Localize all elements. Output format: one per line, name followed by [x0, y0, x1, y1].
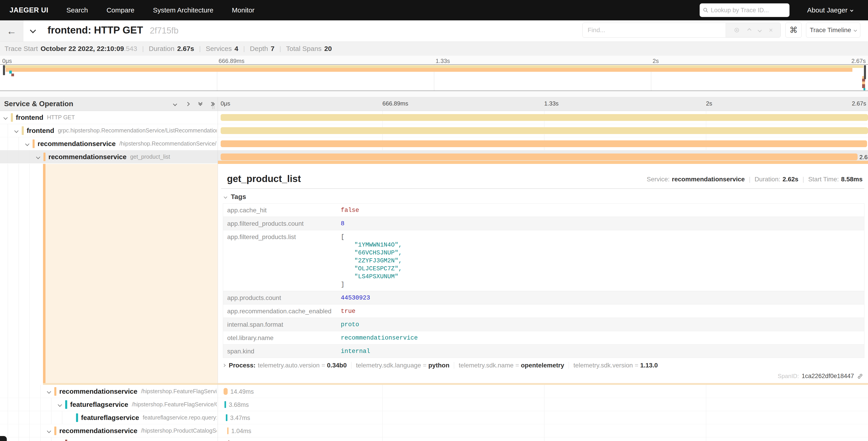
- view-select[interactable]: Trace Timeline: [806, 23, 860, 37]
- span-labels: recommendationservice/hipstershop.Recomm…: [37, 137, 217, 150]
- indent-guide: [19, 411, 19, 424]
- command-icon: ⌘: [789, 25, 798, 35]
- span-row[interactable]: recommendationservice/hipstershop.Recomm…: [0, 137, 868, 150]
- meta-label: Start Time:: [808, 176, 839, 183]
- chevron-down-icon: [854, 29, 857, 32]
- span-id-row: SpanID: 1ca2262df0e18447: [778, 373, 864, 380]
- span-row[interactable]: frontendgrpc.hipstershop.RecommendationS…: [0, 124, 868, 137]
- about-jaeger-menu[interactable]: About Jaeger: [807, 0, 853, 20]
- separator: |: [199, 45, 201, 52]
- keyboard-shortcuts-button[interactable]: ⌘: [785, 23, 802, 37]
- nav-item-monitor[interactable]: Monitor: [232, 6, 254, 14]
- span-collapse-chevron-icon[interactable]: [3, 115, 7, 120]
- minimap-span-bar: [4, 65, 864, 68]
- find-next-icon[interactable]: [758, 28, 762, 32]
- indent-guide: [8, 385, 8, 398]
- nav-item-search[interactable]: Search: [66, 6, 88, 14]
- span-duration-bar[interactable]: [223, 388, 228, 395]
- meta-value: 8.58ms: [841, 176, 863, 183]
- column-resizer[interactable]: [212, 105, 214, 109]
- span-collapse-chevron-icon[interactable]: [47, 429, 51, 433]
- span-color-bar: [11, 113, 13, 122]
- span-duration-bar[interactable]: [221, 153, 858, 160]
- tags-section-toggle[interactable]: Tags: [224, 193, 246, 201]
- minimap-span-bar: [11, 74, 14, 76]
- collapse-trace-chevron-icon[interactable]: [30, 27, 36, 33]
- trace-lookup-box[interactable]: [700, 3, 789, 17]
- minimap-canvas[interactable]: [0, 64, 868, 91]
- tag-row[interactable]: span.kindinternal: [223, 345, 864, 358]
- span-row[interactable]: featureflagservicefeatureflagservice.rep…: [0, 411, 868, 424]
- tag-row[interactable]: app.filtered_products.count8: [223, 217, 864, 230]
- process-value: 0.34b0: [327, 362, 347, 369]
- meta-value: 2.62s: [782, 176, 798, 183]
- span-timeline-cell[interactable]: 1.04ms: [218, 424, 868, 437]
- collapse-one-icon[interactable]: [172, 100, 178, 107]
- jaeger-trace-page: JAEGER UI SearchCompareSystem Architectu…: [0, 0, 868, 441]
- find-input[interactable]: [583, 23, 726, 37]
- separator: [454, 362, 454, 369]
- expand-one-icon[interactable]: [184, 100, 191, 107]
- process-key: telemetry.sdk.language: [356, 362, 421, 369]
- timeline-tick-label: 1.33s: [544, 100, 559, 107]
- tag-row[interactable]: app.recommendation.cache_enabledtrue: [223, 304, 864, 318]
- link-icon[interactable]: [857, 373, 864, 380]
- span-duration-bar[interactable]: [221, 140, 867, 147]
- span-duration-bar[interactable]: [221, 127, 868, 134]
- process-row[interactable]: Process: telemetry.auto.version=0.34b0te…: [223, 360, 658, 371]
- minimap-tick-label: 1.33s: [436, 58, 450, 64]
- minimap-drag-handle-right[interactable]: [864, 65, 866, 79]
- span-row[interactable]: recommendationservice/hipstershop.Produc…: [0, 424, 868, 437]
- equals-sign: =: [635, 362, 638, 369]
- nav-item-compare[interactable]: Compare: [106, 6, 134, 14]
- span-meta: Service:recommendationservice|Duration:2…: [647, 176, 863, 183]
- collapse-all-icon[interactable]: [197, 100, 204, 107]
- span-timeline-cell[interactable]: [218, 437, 868, 441]
- tag-row[interactable]: app.cache_hitfalse: [223, 204, 864, 217]
- focus-target-icon[interactable]: [733, 27, 740, 33]
- back-button[interactable]: ←: [0, 20, 23, 41]
- process-value: 1.13.0: [640, 362, 658, 369]
- detail-row-accent: [218, 161, 868, 164]
- indent-guide: [8, 437, 8, 441]
- span-row[interactable]: [0, 437, 868, 441]
- tag-row[interactable]: internal.span.formatproto: [223, 318, 864, 331]
- tag-value: true: [337, 304, 864, 318]
- span-service-name: recommendationservice: [49, 153, 126, 161]
- tag-row[interactable]: app.filtered_products.list["1YMWWN1N4O",…: [223, 230, 864, 291]
- span-timeline-cell[interactable]: 3.68ms: [218, 398, 868, 411]
- span-collapse-chevron-icon[interactable]: [58, 403, 62, 407]
- span-duration-bar[interactable]: [221, 114, 868, 121]
- span-collapse-chevron-icon[interactable]: [47, 389, 51, 393]
- tags-table: app.cache_hitfalseapp.filtered_products.…: [223, 203, 864, 358]
- timeline-tick-label: 2s: [706, 100, 712, 107]
- tag-row[interactable]: otel.library.namerecommendationservice: [223, 331, 864, 345]
- span-duration-bar[interactable]: [226, 414, 227, 421]
- find-clear-icon[interactable]: ×: [769, 26, 773, 34]
- tag-row[interactable]: app.products.count44530923: [223, 291, 864, 304]
- span-collapse-chevron-icon[interactable]: [25, 142, 29, 146]
- span-timeline-cell[interactable]: [218, 124, 868, 137]
- minimap-drag-handle-left[interactable]: [3, 65, 5, 75]
- tree-timeline-divider[interactable]: [218, 97, 218, 441]
- span-row[interactable]: frontendHTTP GET: [0, 111, 868, 124]
- brand[interactable]: JAEGER UI: [9, 6, 49, 14]
- minimap-tick-label: 2.67s: [851, 58, 866, 64]
- span-duration-bar[interactable]: [224, 401, 226, 408]
- span-row[interactable]: featureflagservice/hipstershop.FeatureFl…: [0, 398, 868, 411]
- span-operation-name: /hipstershop.FeatureFlagService...: [141, 388, 217, 394]
- process-value: opentelemetry: [521, 362, 564, 369]
- span-labels: frontendHTTP GET: [16, 111, 217, 124]
- span-duration-bar[interactable]: [227, 428, 228, 434]
- span-collapse-chevron-icon[interactable]: [36, 155, 40, 159]
- span-collapse-chevron-icon[interactable]: [14, 128, 18, 133]
- span-timeline-cell[interactable]: [218, 111, 868, 124]
- span-timeline-cell[interactable]: 3.47ms: [218, 411, 868, 424]
- span-service-name: recommendationservice: [59, 427, 137, 435]
- find-prev-icon[interactable]: [747, 28, 751, 32]
- nav-item-system-architecture[interactable]: System Architecture: [153, 6, 213, 14]
- trace-lookup-input[interactable]: [711, 7, 786, 14]
- span-timeline-cell[interactable]: [218, 137, 868, 150]
- span-timeline-cell[interactable]: 14.49ms: [218, 385, 868, 398]
- span-row[interactable]: recommendationservice/hipstershop.Featur…: [0, 385, 868, 398]
